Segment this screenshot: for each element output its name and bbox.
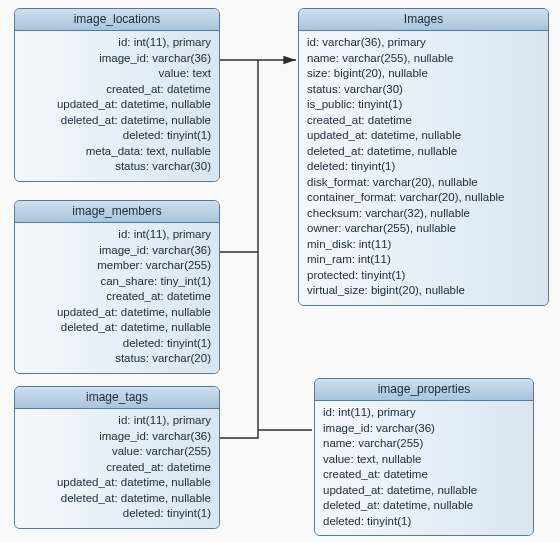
field-row: created_at: datetime (23, 289, 211, 305)
field-row: protected: tinyint(1) (307, 268, 540, 284)
field-row: name: varchar(255), nullable (307, 51, 540, 67)
field-row: member: varchar(255) (23, 258, 211, 274)
field-row: meta_data: text, nullable (23, 144, 211, 160)
field-row: created_at: datetime (23, 460, 211, 476)
field-row: updated_at: datetime, nullable (23, 305, 211, 321)
entity-images: Images id: varchar(36), primaryname: var… (298, 8, 549, 306)
entity-fields: id: int(11), primaryimage_id: varchar(36… (315, 401, 533, 535)
field-row: deleted: tinyint(1) (323, 514, 525, 530)
field-row: id: int(11), primary (23, 35, 211, 51)
field-row: value: varchar(255) (23, 444, 211, 460)
er-diagram: image_locations id: int(11), primaryimag… (0, 0, 560, 542)
field-row: deleted_at: datetime, nullable (323, 498, 525, 514)
field-row: status: varchar(30) (23, 159, 211, 175)
field-row: status: varchar(20) (23, 351, 211, 367)
entity-image-properties: image_properties id: int(11), primaryima… (314, 378, 534, 536)
field-row: deleted_at: datetime, nullable (23, 491, 211, 507)
field-row: disk_format: varchar(20), nullable (307, 175, 540, 191)
field-row: image_id: varchar(36) (23, 243, 211, 259)
entity-title: image_members (15, 201, 219, 223)
field-row: deleted_at: datetime, nullable (307, 144, 540, 160)
entity-fields: id: varchar(36), primaryname: varchar(25… (299, 31, 548, 305)
field-row: id: int(11), primary (23, 227, 211, 243)
field-row: value: text, nullable (323, 452, 525, 468)
field-row: deleted: tinyint(1) (23, 506, 211, 522)
field-row: created_at: datetime (23, 82, 211, 98)
field-row: is_public: tinyint(1) (307, 97, 540, 113)
field-row: deleted: tinyint(1) (23, 336, 211, 352)
field-row: updated_at: datetime, nullable (23, 475, 211, 491)
field-row: virtual_size: bigint(20), nullable (307, 283, 540, 299)
field-row: id: int(11), primary (323, 405, 525, 421)
field-row: deleted: tinyint(1) (307, 159, 540, 175)
field-row: name: varchar(255) (323, 436, 525, 452)
entity-fields: id: int(11), primaryimage_id: varchar(36… (15, 409, 219, 528)
field-row: checksum: varchar(32), nullable (307, 206, 540, 222)
field-row: status: varchar(30) (307, 82, 540, 98)
field-row: image_id: varchar(36) (23, 429, 211, 445)
entity-title: image_tags (15, 387, 219, 409)
field-row: created_at: datetime (323, 467, 525, 483)
entity-image-members: image_members id: int(11), primaryimage_… (14, 200, 220, 374)
field-row: can_share: tiny_int(1) (23, 274, 211, 290)
entity-image-locations: image_locations id: int(11), primaryimag… (14, 8, 220, 182)
field-row: value: text (23, 66, 211, 82)
field-row: image_id: varchar(36) (23, 51, 211, 67)
field-row: min_disk: int(11) (307, 237, 540, 253)
field-row: updated_at: datetime, nullable (307, 128, 540, 144)
field-row: updated_at: datetime, nullable (323, 483, 525, 499)
field-row: container_format: varchar(20), nullable (307, 190, 540, 206)
field-row: size: bigint(20), nullable (307, 66, 540, 82)
entity-title: image_locations (15, 9, 219, 31)
field-row: created_at: datetime (307, 113, 540, 129)
entity-title: Images (299, 9, 548, 31)
field-row: image_id: varchar(36) (323, 421, 525, 437)
field-row: id: int(11), primary (23, 413, 211, 429)
field-row: min_ram: int(11) (307, 252, 540, 268)
field-row: deleted: tinyint(1) (23, 128, 211, 144)
field-row: id: varchar(36), primary (307, 35, 540, 51)
field-row: owner: varchar(255), nullable (307, 221, 540, 237)
entity-title: image_properties (315, 379, 533, 401)
field-row: deleted_at: datetime, nullable (23, 320, 211, 336)
entity-fields: id: int(11), primaryimage_id: varchar(36… (15, 31, 219, 181)
entity-image-tags: image_tags id: int(11), primaryimage_id:… (14, 386, 220, 529)
field-row: deleted_at: datetime, nullable (23, 113, 211, 129)
entity-fields: id: int(11), primaryimage_id: varchar(36… (15, 223, 219, 373)
field-row: updated_at: datetime, nullable (23, 97, 211, 113)
